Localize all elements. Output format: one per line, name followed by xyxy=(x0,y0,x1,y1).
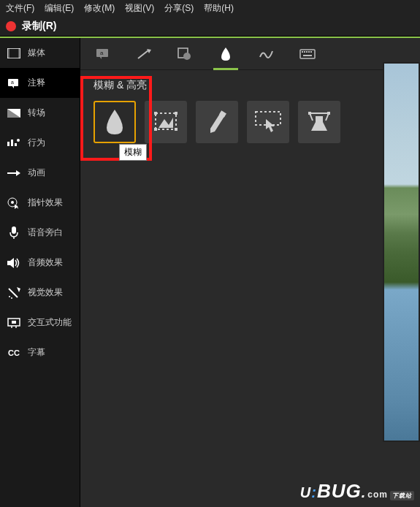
sidebar-item-label: 动画 xyxy=(28,167,45,179)
svg-rect-19 xyxy=(12,226,16,234)
tool-spotlight[interactable] xyxy=(298,101,340,143)
tool-pixelate[interactable] xyxy=(145,101,187,143)
menu-file[interactable]: 文件(F) xyxy=(6,2,34,15)
svg-rect-1 xyxy=(7,48,9,58)
visual-icon xyxy=(7,287,20,299)
section-title: 模糊 & 高亮 xyxy=(80,70,420,98)
sidebar-item-captions[interactable]: CC 字幕 xyxy=(0,338,80,367)
svg-line-22 xyxy=(9,289,18,297)
svg-rect-38 xyxy=(302,51,303,53)
record-label: 录制(R) xyxy=(22,20,56,33)
svg-rect-41 xyxy=(308,51,310,53)
sidebar-item-voice-narration[interactable]: 语音旁白 xyxy=(0,218,80,248)
sidebar-item-cursor-effects[interactable]: 指针效果 xyxy=(0,188,80,218)
sidebar-item-label: 转场 xyxy=(28,107,45,119)
sidebar-item-behavior[interactable]: 行为 xyxy=(0,128,80,158)
content-panel: a 模糊 & 高亮 xyxy=(80,38,420,507)
menu-modify[interactable]: 修改(M) xyxy=(84,2,115,15)
annotation-icon: a xyxy=(7,77,20,89)
svg-marker-23 xyxy=(17,287,20,292)
tool-grid xyxy=(80,98,420,146)
sidebar-item-label: 语音旁白 xyxy=(28,226,63,239)
svg-rect-39 xyxy=(304,51,305,53)
cc-icon: CC xyxy=(7,347,20,359)
tool-interactive-hotspot[interactable] xyxy=(247,101,289,143)
transition-icon xyxy=(7,107,20,119)
svg-rect-54 xyxy=(316,116,323,122)
sidebar-item-media[interactable]: 媒体 xyxy=(0,38,80,68)
svg-marker-15 xyxy=(16,170,20,176)
cursor-icon xyxy=(7,197,20,209)
svg-rect-2 xyxy=(18,48,20,58)
svg-marker-45 xyxy=(159,118,173,128)
sidebar-item-label: 注释 xyxy=(28,77,45,89)
sidebar-item-label: 媒体 xyxy=(28,47,45,59)
tab-blur[interactable] xyxy=(216,38,235,70)
tab-callout[interactable]: a xyxy=(93,38,112,70)
svg-marker-6 xyxy=(12,85,14,88)
tool-blur[interactable] xyxy=(93,101,136,143)
menu-view[interactable]: 视图(V) xyxy=(125,2,154,15)
record-dot-icon xyxy=(6,21,16,31)
svg-rect-47 xyxy=(175,112,177,115)
tab-arrow[interactable] xyxy=(134,38,153,70)
svg-rect-10 xyxy=(7,142,9,146)
svg-rect-40 xyxy=(306,51,308,53)
svg-line-33 xyxy=(138,50,148,58)
sidebar-item-label: 字幕 xyxy=(28,346,45,359)
svg-point-13 xyxy=(17,139,20,142)
sidebar-item-animation[interactable]: 动画 xyxy=(0,158,80,188)
svg-text:a: a xyxy=(100,50,104,56)
svg-rect-49 xyxy=(175,128,177,131)
sidebar-item-interactive[interactable]: 交互式功能 xyxy=(0,308,80,338)
sidebar-item-transition[interactable]: 转场 xyxy=(0,98,80,128)
sidebar: 媒体 a 注释 转场 行为 动画 xyxy=(0,38,80,507)
tool-tabs: a xyxy=(80,38,420,70)
svg-rect-46 xyxy=(154,112,157,115)
interactive-icon xyxy=(7,317,20,329)
sidebar-item-label: 音频效果 xyxy=(28,256,63,269)
svg-rect-42 xyxy=(310,51,312,53)
svg-rect-11 xyxy=(11,140,13,146)
sidebar-item-label: 指针效果 xyxy=(28,197,63,209)
media-icon xyxy=(7,47,20,59)
sidebar-item-visual-effects[interactable]: 视觉效果 xyxy=(0,278,80,308)
svg-marker-21 xyxy=(7,258,14,268)
menubar: 文件(F) 编辑(E) 修改(M) 视图(V) 分享(S) 帮助(H) xyxy=(0,0,420,16)
menu-help[interactable]: 帮助(H) xyxy=(204,2,234,15)
menu-share[interactable]: 分享(S) xyxy=(164,2,194,15)
tool-highlight[interactable] xyxy=(196,101,238,143)
svg-rect-37 xyxy=(300,50,315,58)
tab-sketch[interactable] xyxy=(257,38,276,70)
sidebar-item-audio-effects[interactable]: 音频效果 xyxy=(0,248,80,278)
svg-rect-29 xyxy=(12,321,16,324)
menu-edit[interactable]: 编辑(E) xyxy=(45,2,74,15)
audio-icon xyxy=(7,257,20,269)
svg-rect-43 xyxy=(303,55,312,56)
svg-marker-18 xyxy=(15,205,18,209)
svg-point-25 xyxy=(11,297,12,299)
svg-point-36 xyxy=(183,53,191,60)
animation-icon xyxy=(7,167,20,179)
tab-keyboard[interactable] xyxy=(298,38,317,70)
mic-icon xyxy=(7,227,20,239)
watermark: U:BUG.com下载站 xyxy=(300,480,414,503)
tooltip: 模糊 xyxy=(119,144,147,161)
behavior-icon xyxy=(7,137,20,149)
sidebar-item-label: 交互式功能 xyxy=(28,316,72,329)
tab-shape[interactable] xyxy=(175,38,194,70)
svg-rect-48 xyxy=(154,128,157,131)
preview-thumbnail xyxy=(383,62,420,442)
svg-point-24 xyxy=(9,296,10,297)
svg-point-17 xyxy=(11,201,14,204)
svg-text:a: a xyxy=(11,80,14,85)
sidebar-item-label: 行为 xyxy=(28,137,45,149)
sidebar-item-annotation[interactable]: a 注释 xyxy=(0,68,80,98)
svg-rect-12 xyxy=(15,143,17,146)
record-bar[interactable]: 录制(R) xyxy=(0,16,420,37)
svg-marker-53 xyxy=(311,122,327,131)
sidebar-item-label: 视觉效果 xyxy=(28,286,63,299)
